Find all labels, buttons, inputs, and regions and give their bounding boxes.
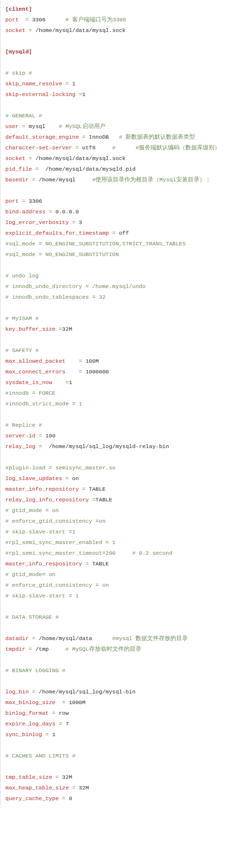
key-basedir: basedir xyxy=(5,177,29,183)
key-relay-log-info-repository: relay_log_info_repository xyxy=(5,497,89,503)
key-max-allowed-packet: max_allowed_packet xyxy=(5,358,65,364)
key-log-slave-updates: log_slave_updates xyxy=(5,475,62,482)
key-key-buffer-size: key_buffer_size xyxy=(5,326,56,332)
comment: # innodb_undo_tablespaces = 32 xyxy=(5,294,106,300)
comment: # #服务端默认编码（数据库级别） xyxy=(95,145,220,151)
key-sync-binlog: sync_binlog xyxy=(5,731,42,738)
comment: # GENERAL # xyxy=(5,113,42,119)
comment: # enforce_gtid_consistency = on xyxy=(5,582,109,588)
comment: #sql_mode = NO_ENGINE_SUBSTITUTION,STRIC… xyxy=(5,241,186,247)
comment: # 客户端端口号为3306 xyxy=(45,16,126,23)
key-tmp-table-size: tmp_table_size xyxy=(5,774,52,780)
comment: #sql_mode = NO_ENGINE_SUBSTITUTION xyxy=(5,251,119,257)
key-binlog-format: binlog_format xyxy=(5,710,49,716)
key-max-binlog-size: max_binlog_size xyxy=(5,699,56,706)
comment: # skip # xyxy=(5,70,32,76)
key-sysdate-is-now: sysdate_is_now xyxy=(5,379,52,386)
comment: #mysql 数据文件存放的目录 xyxy=(92,635,188,642)
comment: # undo log xyxy=(5,273,39,279)
config-file: [client] port = 3306 # 客户端端口号为3306 socke… xyxy=(0,0,242,808)
comment: # gtid_mode= on xyxy=(5,571,56,578)
comment: # enforce_gtid_consistency =on xyxy=(5,518,106,524)
key-server-id: server-id xyxy=(5,433,35,439)
comment: #plugin-load = semisync_master.so xyxy=(5,465,116,471)
comment: # CACHES AND LIMITS # xyxy=(5,753,76,759)
comment: # SAFETY # xyxy=(5,347,39,354)
comment: # 新数据表的默认数据表类型 xyxy=(109,134,196,140)
key-default-storage-engine: default_storage_engine xyxy=(5,134,79,140)
key-log-bin: log_bin xyxy=(5,689,29,695)
key-tmpdir: tmpdir xyxy=(5,646,25,652)
key-character-set-server: character-set-server xyxy=(5,145,72,151)
comment: # DATA STORAGE # xyxy=(5,614,59,620)
key-socket: socket xyxy=(5,155,25,161)
comment: # MyISAM # xyxy=(5,315,39,321)
key-max-heap-table-size: max_heap_table_size xyxy=(5,785,69,791)
comment: # skip-slave-start =1 xyxy=(5,529,76,535)
comment: # gtid_mode = on xyxy=(5,507,59,514)
key-socket: socket xyxy=(5,27,25,33)
comment: # Replice # xyxy=(5,422,42,428)
key-log-error-verbosity: log_error_verbosity xyxy=(5,219,69,225)
key-user: user xyxy=(5,123,19,129)
key-skip-name-resolve: skip_name_resolve xyxy=(5,80,62,87)
key-bind-address: bind-address xyxy=(5,209,45,215)
key-master-info-respository: master_info_respository xyxy=(5,561,82,567)
comment: # skip-slave-start = 1 xyxy=(5,593,79,599)
comment: #rpl_semi_sync_master_enabled = 1 xyxy=(5,539,116,546)
comment: #使用该目录作为根目录（Mysql安装目录）； xyxy=(76,177,211,183)
key-relay-log: relay_log xyxy=(5,443,35,450)
comment: #innodb_strict_mode = 1 xyxy=(5,401,82,407)
key-port: port xyxy=(5,16,19,23)
key-port: port xyxy=(5,198,19,204)
key-pid-file: pid_file xyxy=(5,166,32,172)
comment: # innodb_undo_directory = /home.mysql/un… xyxy=(5,283,146,289)
key-skip-external-locking: skip-external-locking xyxy=(5,91,76,97)
key-expire-log-days: expire_log_days xyxy=(5,721,56,727)
comment: # MySQL启动用户 xyxy=(45,123,106,129)
comment: # BINARY LOGGING # xyxy=(5,667,65,674)
key-master-info-repository: master_info_repository xyxy=(5,486,79,492)
comment: # MySQL存放临时文件的目录 xyxy=(49,646,141,652)
key-max-connect-errors: max_connect_errors xyxy=(5,369,65,375)
comment: #innodb = FORCE xyxy=(5,390,56,396)
key-query-cache-type: query_cache_type xyxy=(5,795,59,802)
section-client: [client] xyxy=(5,6,32,12)
comment: #rpl_semi_sync_master_timeout=200 # 0.2 … xyxy=(5,550,172,556)
key-explicit-defaults-for-timestamp: explicit_defaults_for_timestamp xyxy=(5,230,109,236)
section-mysqld: [mysqld] xyxy=(5,48,32,55)
key-datadir: datadir xyxy=(5,635,29,642)
